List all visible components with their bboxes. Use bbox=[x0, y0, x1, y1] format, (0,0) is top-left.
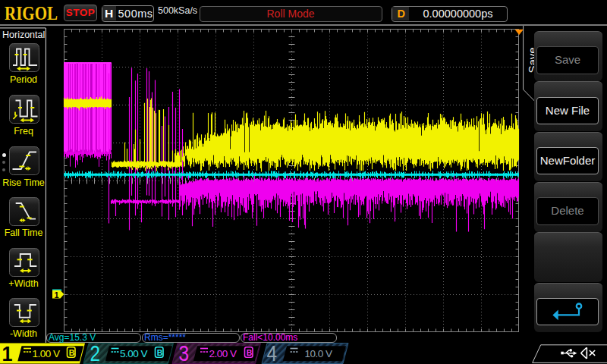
svg-text:2: 2 bbox=[90, 343, 101, 364]
svg-text:4: 4 bbox=[267, 343, 278, 364]
svg-text:1: 1 bbox=[55, 290, 59, 300]
svg-text:B: B bbox=[157, 348, 163, 357]
svg-text:3: 3 bbox=[179, 343, 190, 364]
svg-text:1: 1 bbox=[2, 343, 13, 364]
svg-text:B: B bbox=[247, 348, 253, 357]
svg-text:B: B bbox=[69, 348, 75, 357]
svg-text:10.0 V: 10.0 V bbox=[305, 348, 333, 359]
svg-text:2.00 V: 2.00 V bbox=[209, 348, 237, 359]
svg-text:5.00 V: 5.00 V bbox=[120, 348, 148, 359]
svg-text:1.00 V: 1.00 V bbox=[33, 348, 61, 359]
